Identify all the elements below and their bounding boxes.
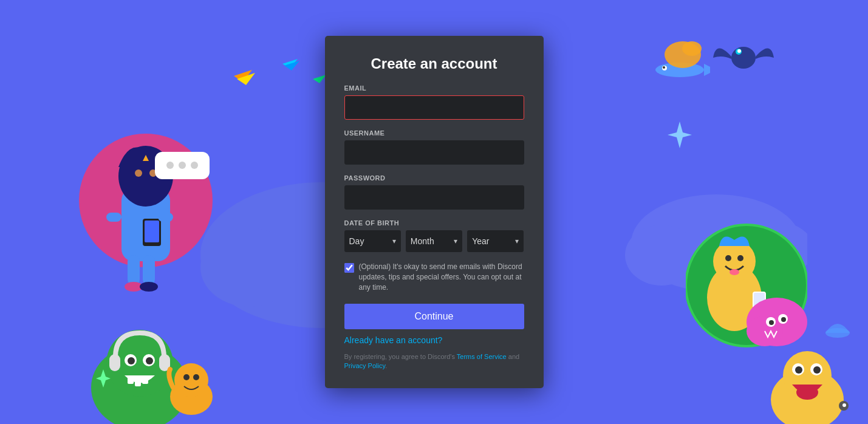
day-select-wrapper: Day1234567891011121314151617181920212223… [344, 230, 401, 252]
email-label: EMAIL [344, 84, 524, 92]
username-label: USERNAME [344, 129, 524, 137]
privacy-link[interactable]: Privacy Policy [344, 362, 386, 369]
continue-button[interactable]: Continue [344, 304, 524, 329]
username-field-group: USERNAME [344, 129, 524, 165]
password-field-group: PASSWORD [344, 174, 524, 210]
password-label: PASSWORD [344, 174, 524, 182]
optional-emails-label[interactable]: (Optional) It's okay to send me emails w… [359, 262, 524, 292]
password-input[interactable] [344, 185, 524, 210]
tos-text: By registering, you agree to Discord's T… [344, 352, 524, 371]
month-select[interactable]: MonthJanuaryFebruaryMarchAprilMayJuneJul… [406, 230, 462, 252]
dob-row: Day1234567891011121314151617181920212223… [344, 230, 524, 252]
optional-emails-row: (Optional) It's okay to send me emails w… [344, 262, 524, 292]
dob-field-group: DATE OF BIRTH Day12345678910111213141516… [344, 219, 524, 252]
year-select[interactable]: Year202420232022202120202015201020052000… [467, 230, 524, 252]
username-input[interactable] [344, 140, 524, 165]
modal-title: Create an account [344, 55, 524, 72]
already-have-account-link[interactable]: Already have an account? [344, 335, 524, 345]
create-account-modal: Create an account EMAIL USERNAME PASSWOR… [325, 36, 544, 388]
year-select-wrapper: Year202420232022202120202015201020052000… [467, 230, 524, 252]
modal-wrapper: Create an account EMAIL USERNAME PASSWOR… [0, 0, 868, 424]
email-input[interactable] [344, 95, 524, 120]
dob-label: DATE OF BIRTH [344, 219, 524, 227]
month-select-wrapper: MonthJanuaryFebruaryMarchAprilMayJuneJul… [406, 230, 462, 252]
day-select[interactable]: Day1234567891011121314151617181920212223… [344, 230, 401, 252]
optional-emails-checkbox[interactable] [344, 263, 354, 273]
email-field-group: EMAIL [344, 84, 524, 120]
tos-link[interactable]: Terms of Service [457, 353, 507, 360]
